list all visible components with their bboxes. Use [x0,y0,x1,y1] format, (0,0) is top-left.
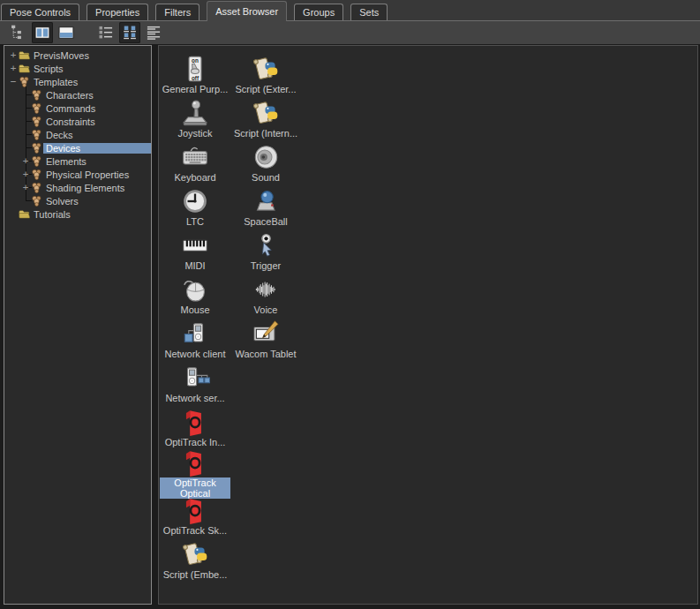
template-icon [31,155,43,167]
asset-item-network-client[interactable]: Network client [160,315,230,359]
template-icon [31,195,43,207]
template-icon [19,76,31,87]
asset-item-script-intern[interactable]: Script (Intern... [230,94,301,139]
tree-item-label: Templates [31,77,80,87]
tree-item-label: Devices [43,143,151,154]
asset-item-label: Network ser... [165,393,224,403]
list-view-button[interactable] [95,22,117,43]
expand-icon[interactable]: + [20,183,31,192]
tree-item-label: Constraints [43,117,98,127]
tree-item-label: Tutorials [31,209,73,220]
asset-grid-column: Script (Exter... Script (Intern... Sound… [230,50,301,359]
asset-item-label: SpaceBall [244,216,288,227]
tree-view-button[interactable] [8,22,29,43]
tree-view-icon [10,24,27,41]
tree-item-label: PrevisMoves [31,50,92,61]
tree-item-label: Commands [43,103,98,114]
toggle-switch-icon: on off [180,54,210,84]
expand-icon[interactable]: + [20,156,31,166]
speaker-icon [251,142,281,172]
tree-item-label: Physical Properties [43,169,132,180]
asset-item-script-embe[interactable]: Script (Embe... [160,536,230,580]
mouse-icon [180,274,210,304]
folder-icon [19,63,31,74]
tree-item-label: Solvers [43,196,81,207]
asset-item-keyboard[interactable]: Keyboard [160,139,230,183]
asset-tree-panel[interactable]: + PrevisMoves+ Scripts− Templates Charac… [4,45,152,605]
midi-icon [180,230,210,260]
asset-item-ltc[interactable]: LTC [160,183,230,227]
asset-item-general-purp[interactable]: on off General Purp... [160,50,230,94]
asset-item-optitrack-sk[interactable]: OptiTrack Sk... [160,492,230,536]
tab-properties[interactable]: Properties [87,4,148,20]
optitrack-icon [180,447,210,477]
tab-pose-controls[interactable]: Pose Controls [1,4,79,20]
svg-text:off: off [192,75,199,81]
asset-item-wacom-tablet[interactable]: Wacom Tablet [230,315,301,359]
expand-icon[interactable]: + [8,50,19,60]
asset-item-trigger[interactable]: Trigger [230,227,301,271]
tree-item-tutorials[interactable]: Tutorials [4,207,151,221]
tree-item-label: Scripts [31,64,66,74]
waveform-icon [251,274,281,304]
asset-item-label: Voice [254,304,278,315]
asset-grid: on off General Purp... Joystick Keyboard… [160,50,301,580]
asset-item-voice[interactable]: Voice [230,271,301,315]
asset-item-joystick[interactable]: Joystick [160,94,230,139]
folder-icon [19,208,31,220]
asset-item-midi[interactable]: MIDI [160,227,230,271]
split-horizontal-button[interactable] [56,22,77,43]
tree-item-label: Elements [43,156,89,167]
collapse-icon[interactable]: − [8,77,19,86]
asset-item-sound[interactable]: Sound [230,139,301,183]
expand-icon[interactable]: + [8,64,19,73]
wacom-tablet-icon [251,319,281,349]
asset-item-label: Script (Intern... [234,128,297,139]
svg-text:on: on [192,57,199,64]
asset-item-optitrack-optical[interactable]: OptiTrackOptical [160,447,230,492]
optitrack-icon [180,407,210,437]
asset-item-script-exter[interactable]: Script (Exter... [230,50,301,94]
split-vertical-button[interactable] [32,22,53,43]
asset-item-label: LTC [186,216,204,227]
asset-item-optitrack-in[interactable]: OptiTrack In... [160,403,230,447]
tab-bar: Pose ControlsPropertiesFiltersAsset Brow… [0,0,700,20]
asset-item-label: Wacom Tablet [235,349,296,359]
tab-asset-browser[interactable]: Asset Browser [207,1,287,21]
asset-item-label: General Purp... [162,84,229,94]
template-icon [31,129,43,140]
template-icon [31,89,43,101]
tree-item-label: Decks [43,130,76,140]
keyboard-icon [180,142,210,172]
asset-item-label-line: OptiTrack [161,477,230,488]
network-server-icon [180,363,210,393]
asset-item-mouse[interactable]: Mouse [160,271,230,315]
template-icon [31,182,43,193]
tree-item-elements[interactable]: + Elements [4,154,151,168]
asset-item-label: Script (Embe... [163,569,228,580]
grid-view-button[interactable] [119,22,140,43]
tab-groups[interactable]: Groups [294,4,343,20]
asset-item-label: Sound [252,172,280,183]
tab-filters[interactable]: Filters [155,4,199,20]
asset-item-network-ser[interactable]: Network ser... [160,359,230,403]
clock-icon [180,186,210,216]
tree-item-shading-elements[interactable]: + Shading Elements [4,181,151,194]
asset-item-label: Keyboard [174,172,215,183]
template-icon [31,116,43,127]
template-icon [31,102,43,114]
detail-view-button[interactable] [143,22,164,43]
tab-sets[interactable]: Sets [350,4,388,20]
tree-item-physical-properties[interactable]: + Physical Properties [4,168,151,181]
expand-icon[interactable]: + [20,169,31,179]
asset-grid-panel[interactable]: on off General Purp... Joystick Keyboard… [158,45,698,605]
split-horizontal-icon [57,24,75,41]
asset-item-label: Network client [164,349,225,359]
tree-item-templates[interactable]: − Templates [4,75,151,88]
network-client-icon [180,319,210,349]
tree-item-prevismoves[interactable]: + PrevisMoves [4,49,151,62]
asset-item-label: Trigger [251,260,281,271]
asset-item-spaceball[interactable]: SpaceBall [230,183,301,227]
tree-item-scripts[interactable]: + Scripts [4,62,151,75]
asset-browser-window: Pose ControlsPropertiesFiltersAsset Brow… [0,0,700,609]
